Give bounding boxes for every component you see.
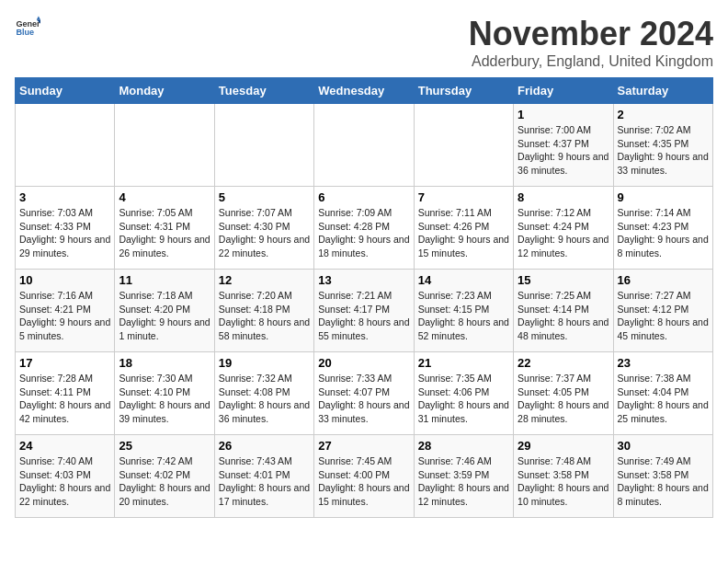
- day-number-8: 8: [518, 190, 609, 204]
- cell-3-2: 19Sunrise: 7:32 AM Sunset: 4:08 PM Dayli…: [214, 352, 313, 435]
- cell-3-1: 18Sunrise: 7:30 AM Sunset: 4:10 PM Dayli…: [115, 352, 214, 435]
- day-info-18: Sunrise: 7:30 AM Sunset: 4:10 PM Dayligh…: [119, 372, 210, 426]
- cell-1-5: 8Sunrise: 7:12 AM Sunset: 4:24 PM Daylig…: [514, 187, 613, 270]
- day-info-19: Sunrise: 7:32 AM Sunset: 4:08 PM Dayligh…: [219, 372, 310, 426]
- week-row-0: 1Sunrise: 7:00 AM Sunset: 4:37 PM Daylig…: [16, 104, 713, 187]
- day-number-10: 10: [19, 273, 110, 287]
- day-info-15: Sunrise: 7:25 AM Sunset: 4:14 PM Dayligh…: [518, 289, 609, 343]
- week-row-1: 3Sunrise: 7:03 AM Sunset: 4:33 PM Daylig…: [16, 187, 713, 270]
- svg-text:General: General: [16, 19, 40, 29]
- day-number-25: 25: [119, 439, 210, 453]
- day-info-30: Sunrise: 7:49 AM Sunset: 3:58 PM Dayligh…: [618, 454, 709, 509]
- header-friday: Friday: [514, 78, 613, 104]
- day-number-2: 2: [618, 108, 709, 121]
- day-number-23: 23: [618, 356, 709, 370]
- header-tuesday: Tuesday: [214, 78, 313, 104]
- day-number-29: 29: [518, 439, 609, 453]
- day-number-13: 13: [318, 273, 409, 287]
- day-info-5: Sunrise: 7:07 AM Sunset: 4:30 PM Dayligh…: [219, 206, 310, 260]
- cell-1-3: 6Sunrise: 7:09 AM Sunset: 4:28 PM Daylig…: [314, 187, 414, 270]
- header-thursday: Thursday: [414, 78, 513, 104]
- header-wednesday: Wednesday: [314, 78, 414, 104]
- day-number-17: 17: [19, 356, 110, 370]
- cell-4-4: 28Sunrise: 7:46 AM Sunset: 3:59 PM Dayli…: [414, 435, 513, 518]
- day-number-12: 12: [219, 273, 310, 287]
- day-number-3: 3: [19, 190, 110, 204]
- day-number-19: 19: [219, 356, 310, 370]
- day-number-4: 4: [119, 190, 210, 204]
- calendar-table: Sunday Monday Tuesday Wednesday Thursday…: [15, 77, 713, 518]
- day-info-25: Sunrise: 7:42 AM Sunset: 4:02 PM Dayligh…: [119, 454, 210, 509]
- cell-0-5: 1Sunrise: 7:00 AM Sunset: 4:37 PM Daylig…: [514, 104, 613, 187]
- cell-1-1: 4Sunrise: 7:05 AM Sunset: 4:31 PM Daylig…: [115, 187, 214, 270]
- day-number-15: 15: [518, 273, 609, 287]
- header-saturday: Saturday: [613, 78, 712, 104]
- cell-0-1: [115, 104, 214, 187]
- day-number-11: 11: [119, 273, 210, 287]
- day-info-21: Sunrise: 7:35 AM Sunset: 4:06 PM Dayligh…: [418, 372, 509, 426]
- week-row-2: 10Sunrise: 7:16 AM Sunset: 4:21 PM Dayli…: [16, 270, 713, 352]
- day-info-12: Sunrise: 7:20 AM Sunset: 4:18 PM Dayligh…: [219, 289, 310, 343]
- cell-4-5: 29Sunrise: 7:48 AM Sunset: 3:58 PM Dayli…: [514, 435, 613, 518]
- cell-0-6: 2Sunrise: 7:02 AM Sunset: 4:35 PM Daylig…: [613, 104, 712, 187]
- day-info-1: Sunrise: 7:00 AM Sunset: 4:37 PM Dayligh…: [518, 123, 609, 178]
- cell-2-2: 12Sunrise: 7:20 AM Sunset: 4:18 PM Dayli…: [214, 270, 313, 352]
- title-section: November 2024 Adderbury, England, United…: [469, 15, 713, 70]
- day-info-8: Sunrise: 7:12 AM Sunset: 4:24 PM Dayligh…: [518, 206, 609, 260]
- day-info-11: Sunrise: 7:18 AM Sunset: 4:20 PM Dayligh…: [119, 289, 210, 343]
- day-info-27: Sunrise: 7:45 AM Sunset: 4:00 PM Dayligh…: [318, 454, 409, 509]
- day-number-16: 16: [618, 273, 709, 287]
- logo: General Blue: [15, 15, 40, 40]
- day-number-21: 21: [418, 356, 509, 370]
- days-header-row: Sunday Monday Tuesday Wednesday Thursday…: [16, 78, 713, 104]
- cell-4-1: 25Sunrise: 7:42 AM Sunset: 4:02 PM Dayli…: [115, 435, 214, 518]
- day-number-14: 14: [418, 273, 509, 287]
- cell-3-4: 21Sunrise: 7:35 AM Sunset: 4:06 PM Dayli…: [414, 352, 513, 435]
- cell-3-5: 22Sunrise: 7:37 AM Sunset: 4:05 PM Dayli…: [514, 352, 613, 435]
- day-info-9: Sunrise: 7:14 AM Sunset: 4:23 PM Dayligh…: [618, 206, 709, 260]
- week-row-3: 17Sunrise: 7:28 AM Sunset: 4:11 PM Dayli…: [16, 352, 713, 435]
- day-info-20: Sunrise: 7:33 AM Sunset: 4:07 PM Dayligh…: [318, 372, 409, 426]
- cell-1-2: 5Sunrise: 7:07 AM Sunset: 4:30 PM Daylig…: [214, 187, 313, 270]
- day-number-27: 27: [318, 439, 409, 453]
- cell-0-4: [414, 104, 513, 187]
- cell-0-3: [314, 104, 414, 187]
- cell-4-0: 24Sunrise: 7:40 AM Sunset: 4:03 PM Dayli…: [16, 435, 115, 518]
- day-number-6: 6: [318, 190, 409, 204]
- cell-1-4: 7Sunrise: 7:11 AM Sunset: 4:26 PM Daylig…: [414, 187, 513, 270]
- cell-4-6: 30Sunrise: 7:49 AM Sunset: 3:58 PM Dayli…: [613, 435, 712, 518]
- day-number-26: 26: [219, 439, 310, 453]
- day-number-24: 24: [19, 439, 110, 453]
- day-number-30: 30: [618, 439, 709, 453]
- cell-2-1: 11Sunrise: 7:18 AM Sunset: 4:20 PM Dayli…: [115, 270, 214, 352]
- day-number-7: 7: [418, 190, 509, 204]
- month-title: November 2024: [469, 15, 713, 53]
- day-number-9: 9: [618, 190, 709, 204]
- week-row-4: 24Sunrise: 7:40 AM Sunset: 4:03 PM Dayli…: [16, 435, 713, 518]
- cell-1-0: 3Sunrise: 7:03 AM Sunset: 4:33 PM Daylig…: [16, 187, 115, 270]
- svg-marker-2: [37, 16, 40, 19]
- cell-3-3: 20Sunrise: 7:33 AM Sunset: 4:07 PM Dayli…: [314, 352, 414, 435]
- cell-0-0: [16, 104, 115, 187]
- day-number-20: 20: [318, 356, 409, 370]
- header: General Blue November 2024 Adderbury, En…: [15, 15, 713, 70]
- day-info-6: Sunrise: 7:09 AM Sunset: 4:28 PM Dayligh…: [318, 206, 409, 260]
- cell-2-5: 15Sunrise: 7:25 AM Sunset: 4:14 PM Dayli…: [514, 270, 613, 352]
- day-info-16: Sunrise: 7:27 AM Sunset: 4:12 PM Dayligh…: [618, 289, 709, 343]
- logo-icon: General Blue: [15, 15, 40, 40]
- cell-0-2: [214, 104, 313, 187]
- cell-3-6: 23Sunrise: 7:38 AM Sunset: 4:04 PM Dayli…: [613, 352, 712, 435]
- day-number-5: 5: [219, 190, 310, 204]
- day-info-14: Sunrise: 7:23 AM Sunset: 4:15 PM Dayligh…: [418, 289, 509, 343]
- svg-text:Blue: Blue: [16, 28, 34, 37]
- header-sunday: Sunday: [16, 78, 115, 104]
- day-info-4: Sunrise: 7:05 AM Sunset: 4:31 PM Dayligh…: [119, 206, 210, 260]
- day-info-26: Sunrise: 7:43 AM Sunset: 4:01 PM Dayligh…: [219, 454, 310, 509]
- day-info-7: Sunrise: 7:11 AM Sunset: 4:26 PM Dayligh…: [418, 206, 509, 260]
- cell-2-3: 13Sunrise: 7:21 AM Sunset: 4:17 PM Dayli…: [314, 270, 414, 352]
- day-info-28: Sunrise: 7:46 AM Sunset: 3:59 PM Dayligh…: [418, 454, 509, 509]
- day-info-17: Sunrise: 7:28 AM Sunset: 4:11 PM Dayligh…: [19, 372, 110, 426]
- cell-1-6: 9Sunrise: 7:14 AM Sunset: 4:23 PM Daylig…: [613, 187, 712, 270]
- day-info-22: Sunrise: 7:37 AM Sunset: 4:05 PM Dayligh…: [518, 372, 609, 426]
- cell-4-2: 26Sunrise: 7:43 AM Sunset: 4:01 PM Dayli…: [214, 435, 313, 518]
